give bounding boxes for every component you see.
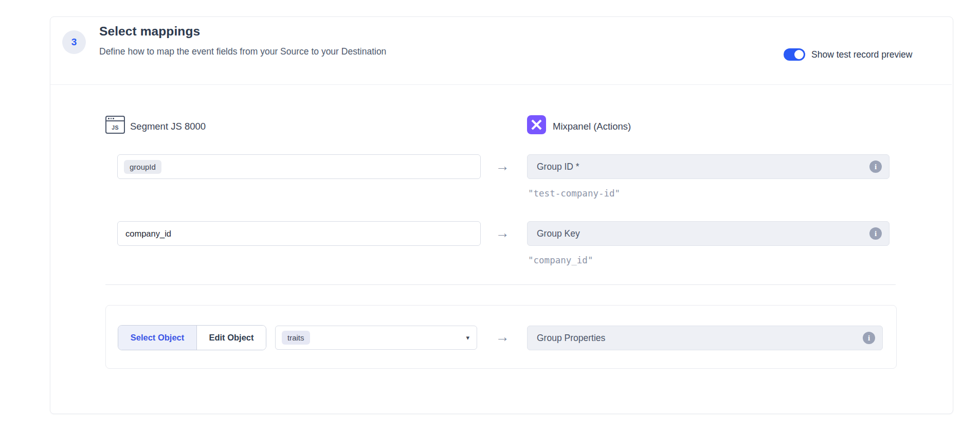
info-icon[interactable]: i xyxy=(863,332,875,344)
page-title: Select mappings xyxy=(99,24,200,39)
source-name: Segment JS 8000 xyxy=(130,117,206,136)
arrow-right-icon: → xyxy=(492,225,513,241)
test-record-preview-value: "company_id" xyxy=(528,255,593,265)
destination-field-label: Group ID * xyxy=(537,162,869,172)
destination-field-group-id: Group ID * i xyxy=(527,154,890,179)
destination-field-label: Group Properties xyxy=(537,333,863,344)
toggle-knob xyxy=(794,50,804,59)
info-icon[interactable]: i xyxy=(869,160,882,173)
arrow-right-icon: → xyxy=(492,329,513,345)
browser-dots xyxy=(108,118,114,119)
toggle-label: Show test record preview xyxy=(811,48,912,61)
show-test-record-toggle[interactable] xyxy=(784,48,805,61)
source-browser-js-icon: JS xyxy=(105,116,125,134)
header-divider xyxy=(50,84,952,85)
mixpanel-logo-glyph xyxy=(531,119,542,130)
destination-name: Mixpanel (Actions) xyxy=(553,117,631,136)
page-subtitle: Define how to map the event fields from … xyxy=(99,46,386,57)
mixpanel-icon xyxy=(527,115,546,134)
object-source-dropdown[interactable]: traits ▾ xyxy=(275,326,477,350)
section-divider xyxy=(105,284,896,285)
object-mode-button-group: Select Object Edit Object xyxy=(118,325,266,350)
source-input-value: company_id xyxy=(124,229,171,239)
edit-object-button[interactable]: Edit Object xyxy=(197,326,266,350)
js-icon-text: JS xyxy=(106,122,124,133)
step-number-badge: 3 xyxy=(62,30,86,54)
destination-field-group-key: Group Key i xyxy=(527,221,890,246)
info-icon[interactable]: i xyxy=(869,227,882,240)
source-token-chip[interactable]: groupId xyxy=(124,160,161,174)
source-field-input-groupid[interactable]: groupId xyxy=(117,154,481,179)
chevron-down-icon: ▾ xyxy=(466,334,469,342)
select-object-button[interactable]: Select Object xyxy=(118,326,197,350)
source-field-input-company-id[interactable]: company_id xyxy=(117,221,481,246)
dropdown-token-chip[interactable]: traits xyxy=(282,331,310,345)
destination-field-label: Group Key xyxy=(537,228,869,239)
destination-field-group-properties: Group Properties i xyxy=(527,326,883,350)
test-record-preview-value: "test-company-id" xyxy=(528,188,620,199)
arrow-right-icon: → xyxy=(492,158,513,174)
page: 3 Select mappings Define how to map the … xyxy=(0,0,980,430)
